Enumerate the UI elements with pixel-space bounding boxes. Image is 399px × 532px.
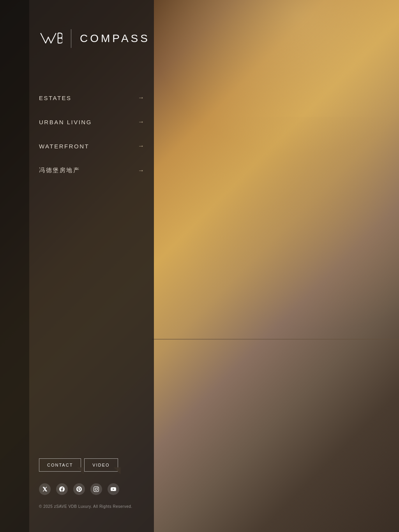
facebook-icon[interactable] [56, 483, 68, 495]
contact-button[interactable]: CONTACT [39, 458, 81, 472]
twitter-icon[interactable] [39, 483, 51, 495]
nav-label-chinese: 冯德堡房地产 [39, 167, 80, 174]
social-icons [39, 483, 119, 495]
pool-line [152, 339, 399, 340]
pinterest-icon[interactable] [73, 483, 85, 495]
nav-item-estates[interactable]: ESTATES → [39, 86, 144, 110]
light-effect-mid [146, 117, 399, 351]
nav-item-chinese[interactable]: 冯德堡房地产 → [39, 158, 144, 183]
video-button[interactable]: VIDEO [84, 458, 118, 472]
nav-items: ESTATES → URBAN LIVING → WATERFRONT → 冯德… [39, 86, 144, 183]
logo-compass-text: COMPASS [80, 32, 150, 45]
vdb-logo-icon [39, 30, 62, 48]
nav-item-urban-living[interactable]: URBAN LIVING → [39, 110, 144, 134]
nav-arrow-urban-living: → [138, 118, 144, 125]
logo-divider [71, 29, 71, 48]
nav-item-waterfront[interactable]: WATERFRONT → [39, 134, 144, 158]
bottom-buttons: CONTACT VIDEO [39, 458, 118, 472]
nav-arrow-waterfront: → [138, 143, 144, 150]
logo-area: COMPASS [39, 29, 150, 48]
youtube-icon[interactable] [108, 483, 119, 495]
nav-arrow-chinese: → [138, 167, 144, 174]
nav-label-waterfront: WATERFRONT [39, 143, 89, 150]
nav-arrow-estates: → [138, 94, 144, 101]
nav-label-estates: ESTATES [39, 95, 72, 101]
instagram-icon[interactable] [90, 483, 102, 495]
far-left-strip [0, 0, 29, 532]
nav-label-urban-living: URBAN LIVING [39, 119, 92, 125]
copyright-text: © 2025 zSAVE VDB Luxury. All Rights Rese… [39, 504, 132, 509]
left-panel [29, 0, 154, 532]
